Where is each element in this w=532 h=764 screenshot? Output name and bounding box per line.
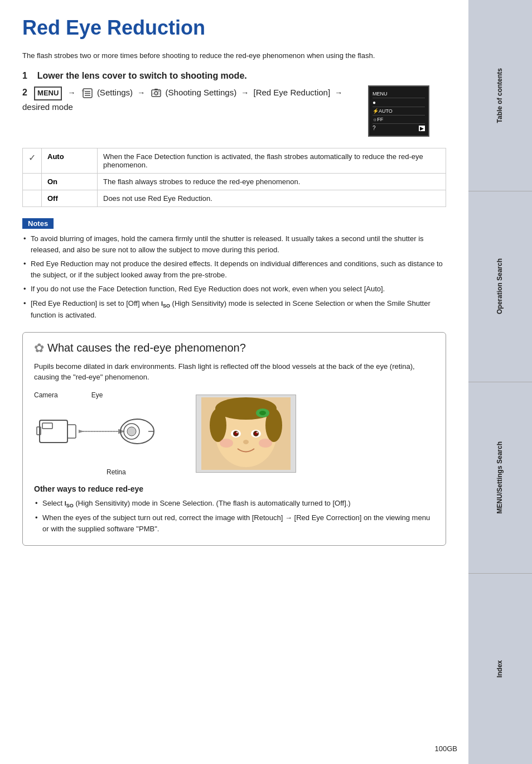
hint-body: Pupils become dilated in dark environmen… [34,361,434,383]
mode-on: On [42,174,98,190]
sidebar-item-operation[interactable]: Operation Search [468,191,532,383]
eye-diagram: Camera Eye [34,391,179,476]
svg-point-36 [243,440,249,444]
other-ways-title: Other ways to reduce red-eye [34,484,434,493]
check-on [23,174,42,190]
other-way-1: Select ISO (High Sensitivity) mode in Sc… [34,498,434,510]
svg-point-40 [259,411,266,415]
svg-rect-2 [85,93,90,94]
check-off [23,190,42,207]
settings-icon [80,88,97,97]
step-1: 1 Lower the lens cover to switch to shoo… [22,71,446,81]
svg-point-35 [255,432,258,435]
note-item-2: Red Eye Reduction may not produce the de… [22,258,446,280]
hint-box: ✿ What causes the red-eye phenomenon? Pu… [22,332,446,546]
svg-rect-3 [85,95,90,96]
page-title: Red Eye Reduction [22,17,446,39]
sidebar-toc-label: Table of contents [496,68,505,123]
settings-label: (Settings) [97,88,133,97]
diagram-labels: Camera Eye [34,391,103,399]
mode-off: Off [42,190,98,207]
sidebar-item-index[interactable]: Index [468,574,532,765]
intro-text: The flash strobes two or more times befo… [22,50,446,61]
desc-on: The flash always strobes to reduce the r… [98,174,446,190]
step-2-number: 2 [22,88,27,97]
notes-section: Notes To avoid blurring of images, hold … [22,218,446,321]
other-ways-section: Other ways to reduce red-eye Select ISO … [34,484,434,535]
cam-row-question: ? ▶ [373,124,425,132]
svg-rect-13 [67,425,76,438]
check-auto: ✓ [23,148,42,174]
sidebar-menu-label: MENU/Settings Search [496,441,505,513]
svg-rect-4 [82,90,84,92]
notes-list: To avoid blurring of images, hold the ca… [22,233,446,321]
cam-row-flash: ⚡AUTO [373,107,425,116]
svg-point-18 [127,427,136,436]
note-item-3: If you do not use the Face Detection fun… [22,284,446,295]
sidebar-item-toc[interactable]: Table of contents [468,0,532,191]
eye-label: Eye [91,391,103,399]
eye-diagram-svg [34,403,179,465]
sidebar-index-label: Index [496,660,505,677]
cam-menu-outer: MENU ● ⚡AUTO ☼FF ? ▶ [368,85,429,137]
hint-title: ✿ What causes the red-eye phenomenon? [34,341,434,355]
step-1-number: 1 [22,71,27,80]
desc-off: Does not use Red Eye Reduction. [98,190,446,207]
step-2-container: 2 MENU → (Settings) → [22,85,446,137]
table-row-auto: ✓ Auto When the Face Detection function … [23,148,446,174]
end-label: desired mode [22,102,73,112]
camera-label: Camera [34,391,58,399]
mode-auto: Auto [42,148,98,174]
diagram-container: Camera Eye [34,391,434,476]
svg-text:AUTO: AUTO [153,92,161,95]
svg-rect-10 [40,420,67,443]
retina-label: Retina [107,468,126,476]
shooting-label: (Shooting Settings) [166,88,237,97]
baby-photo [196,395,296,473]
svg-point-37 [220,439,233,448]
cam-row-menu: MENU [373,90,425,98]
svg-rect-11 [42,423,52,429]
camera-menu-diagram: MENU ● ⚡AUTO ☼FF ? ▶ [368,85,446,137]
svg-point-30 [235,432,238,435]
step-2-text: 2 MENU → (Settings) → [22,85,368,113]
page-number: 100GB [435,744,457,753]
sidebar-item-menu[interactable]: MENU/Settings Search [468,382,532,574]
table-row-on: On The flash always strobes to reduce th… [23,174,446,190]
svg-rect-1 [85,91,90,92]
other-way-2: When the eyes of the subject turn out re… [34,512,434,534]
settings-svg-icon [81,87,94,99]
other-ways-list: Select ISO (High Sensitivity) mode in Sc… [34,498,434,535]
note-item-1: To avoid blurring of images, hold the ca… [22,233,446,255]
baby-face-svg [201,397,291,470]
menu-label: MENU [34,87,62,100]
hint-icon: ✿ [34,341,44,355]
cam-row-cam: ☼FF [373,116,425,124]
svg-rect-7 [154,89,158,90]
notes-header: Notes [22,218,54,229]
sidebar: Table of contents Operation Search MENU/… [468,0,532,764]
note-item-4: [Red Eye Reduction] is set to [Off] when… [22,298,446,321]
svg-marker-20 [79,430,84,433]
table-row-off: Off Does not use Red Eye Reduction. [23,190,446,207]
sidebar-operation-label: Operation Search [496,258,505,314]
settings-table: ✓ Auto When the Face Detection function … [22,148,446,207]
cam-row-dot: ● [373,98,425,107]
step-1-text: Lower the lens cover to switch to shooti… [37,71,247,80]
svg-point-38 [259,439,272,448]
arrow-1: → [68,88,76,97]
option-label: [Red Eye Reduction] [254,88,331,97]
shooting-svg-icon: AUTO [151,88,162,99]
desc-auto: When the Face Detection function is acti… [98,148,446,174]
svg-point-24 [210,409,226,442]
